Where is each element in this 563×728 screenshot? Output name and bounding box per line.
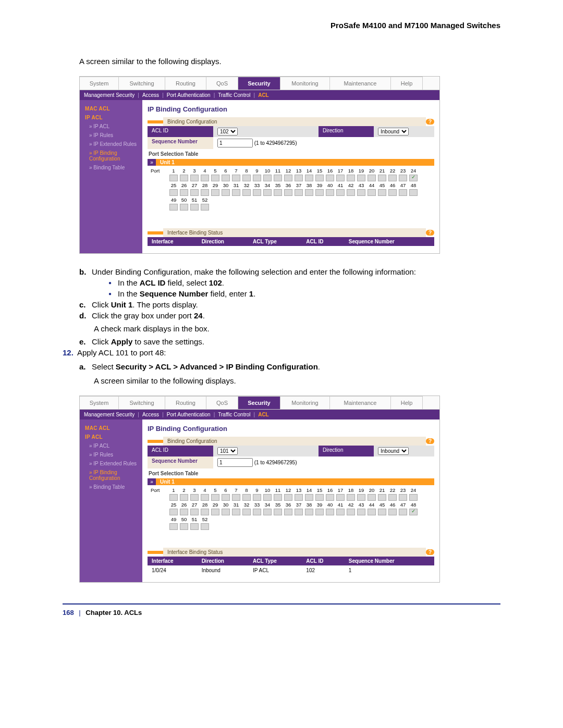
port-checkbox-25[interactable]	[169, 509, 178, 515]
port-checkbox-34[interactable]	[263, 189, 272, 196]
port-checkbox-14[interactable]	[305, 494, 313, 501]
port-checkbox-30[interactable]	[222, 509, 230, 515]
port-checkbox-37[interactable]	[295, 189, 303, 196]
port-checkbox-2[interactable]	[180, 494, 188, 501]
port-checkbox-18[interactable]	[347, 175, 355, 181]
subnav-item[interactable]: Management Security	[84, 412, 134, 417]
port-checkbox-45[interactable]	[378, 509, 386, 515]
port-checkbox-15[interactable]	[315, 175, 324, 181]
help-icon[interactable]: ?	[426, 549, 434, 555]
port-checkbox-33[interactable]	[253, 189, 261, 196]
port-checkbox-34[interactable]	[263, 509, 272, 515]
port-checkbox-5[interactable]	[211, 175, 219, 181]
port-checkbox-6[interactable]	[222, 175, 230, 181]
sidebar-item[interactable]: » Binding Table	[80, 483, 142, 491]
port-checkbox-12[interactable]	[284, 175, 292, 181]
port-checkbox-7[interactable]	[232, 175, 240, 181]
tab-qos[interactable]: QoS	[206, 77, 238, 90]
port-checkbox-11[interactable]	[274, 175, 282, 181]
port-checkbox-23[interactable]	[399, 175, 407, 181]
port-checkbox-23[interactable]	[399, 494, 407, 501]
port-checkbox-52[interactable]	[201, 204, 209, 211]
subnav-item[interactable]: Management Security	[84, 92, 134, 98]
unit-label[interactable]: Unit 1	[156, 478, 179, 485]
port-checkbox-52[interactable]	[201, 523, 209, 530]
port-checkbox-31[interactable]	[232, 509, 240, 515]
subnav-item[interactable]: Access	[142, 412, 159, 417]
port-checkbox-36[interactable]	[284, 509, 292, 515]
port-checkbox-24[interactable]	[409, 494, 418, 501]
port-checkbox-37[interactable]	[295, 509, 303, 515]
port-checkbox-4[interactable]	[201, 494, 209, 501]
port-checkbox-32[interactable]	[242, 509, 251, 515]
port-checkbox-7[interactable]	[232, 494, 240, 501]
help-icon[interactable]: ?	[426, 438, 434, 444]
subnav-item[interactable]: Access	[142, 92, 159, 98]
unit-toggle[interactable]: »	[148, 159, 156, 166]
port-checkbox-43[interactable]	[357, 509, 365, 515]
sidebar-item[interactable]: » IP Rules	[80, 450, 142, 459]
port-checkbox-39[interactable]	[315, 509, 324, 515]
tab-qos[interactable]: QoS	[206, 396, 238, 409]
seq-num-input[interactable]	[217, 139, 253, 147]
port-checkbox-8[interactable]	[242, 494, 251, 501]
port-checkbox-41[interactable]	[336, 189, 345, 196]
port-checkbox-51[interactable]	[190, 523, 199, 530]
sidebar-item[interactable]: » IP Binding Configuration	[80, 149, 142, 163]
port-checkbox-41[interactable]	[336, 509, 345, 515]
port-checkbox-50[interactable]	[180, 204, 188, 211]
sidebar-item[interactable]: MAC ACL	[80, 104, 142, 113]
port-checkbox-44[interactable]	[368, 189, 376, 196]
sidebar-item[interactable]: » Binding Table	[80, 163, 142, 172]
port-checkbox-10[interactable]	[263, 494, 272, 501]
port-checkbox-17[interactable]	[336, 175, 345, 181]
tab-monitoring[interactable]: Monitoring	[280, 77, 330, 90]
port-checkbox-1[interactable]	[169, 494, 178, 501]
port-checkbox-20[interactable]	[368, 494, 376, 501]
tab-routing[interactable]: Routing	[165, 77, 206, 90]
sidebar-item[interactable]: » IP ACL	[80, 441, 142, 450]
port-checkbox-49[interactable]	[169, 523, 178, 530]
port-checkbox-5[interactable]	[211, 494, 219, 501]
port-checkbox-31[interactable]	[232, 189, 240, 196]
port-checkbox-42[interactable]	[347, 509, 355, 515]
port-checkbox-9[interactable]	[253, 175, 261, 181]
port-checkbox-19[interactable]	[357, 175, 365, 181]
port-checkbox-44[interactable]	[368, 509, 376, 515]
port-checkbox-18[interactable]	[347, 494, 355, 501]
port-checkbox-33[interactable]	[253, 509, 261, 515]
port-checkbox-27[interactable]	[190, 189, 199, 196]
port-checkbox-47[interactable]	[399, 189, 407, 196]
direction-select[interactable]: Inbound	[378, 128, 409, 135]
subnav-item[interactable]: Port Authentication	[167, 412, 211, 417]
port-checkbox-50[interactable]	[180, 523, 188, 530]
sidebar-item[interactable]: IP ACL	[80, 113, 142, 122]
port-checkbox-16[interactable]	[326, 494, 334, 501]
subnav-item[interactable]: ACL	[258, 412, 269, 417]
help-icon[interactable]: ?	[426, 119, 434, 125]
port-checkbox-2[interactable]	[180, 175, 188, 181]
port-checkbox-22[interactable]	[388, 175, 397, 181]
port-checkbox-29[interactable]	[211, 509, 219, 515]
tab-monitoring[interactable]: Monitoring	[280, 396, 330, 409]
port-checkbox-46[interactable]	[388, 189, 397, 196]
port-checkbox-48[interactable]	[409, 509, 418, 515]
subnav-item[interactable]: Traffic Control	[218, 92, 250, 98]
port-checkbox-3[interactable]	[190, 175, 199, 181]
port-checkbox-35[interactable]	[274, 509, 282, 515]
tab-maintenance[interactable]: Maintenance	[330, 77, 391, 90]
tab-help[interactable]: Help	[391, 396, 423, 409]
subnav-item[interactable]: Traffic Control	[218, 412, 250, 417]
port-checkbox-28[interactable]	[201, 189, 209, 196]
port-checkbox-13[interactable]	[295, 494, 303, 501]
tab-help[interactable]: Help	[391, 77, 423, 90]
help-icon[interactable]: ?	[426, 230, 434, 236]
sidebar-item[interactable]: IP ACL	[80, 433, 142, 441]
port-checkbox-46[interactable]	[388, 509, 397, 515]
port-checkbox-13[interactable]	[295, 175, 303, 181]
direction-select[interactable]: Inbound	[378, 447, 409, 455]
seq-num-input[interactable]	[217, 458, 253, 467]
port-checkbox-8[interactable]	[242, 175, 251, 181]
port-checkbox-48[interactable]	[409, 189, 418, 196]
port-checkbox-9[interactable]	[253, 494, 261, 501]
